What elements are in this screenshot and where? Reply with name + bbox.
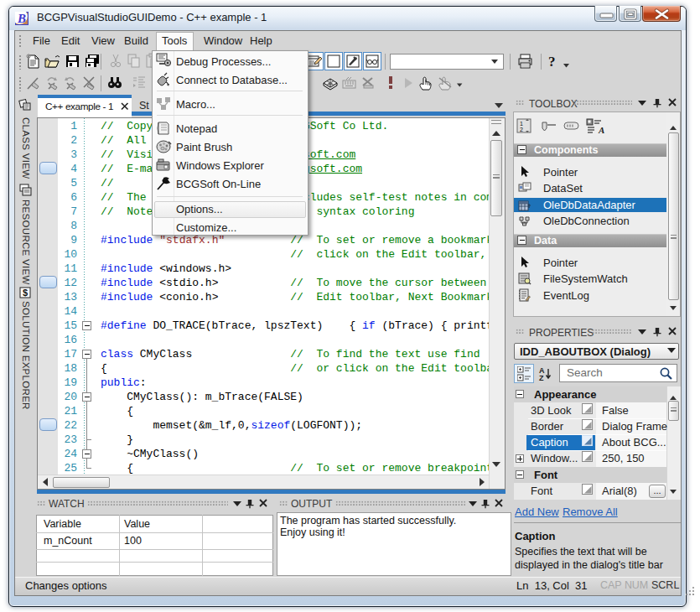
svg-text:B: B bbox=[17, 12, 26, 25]
svg-text:1: 1 bbox=[520, 121, 523, 127]
svg-text:Z: Z bbox=[539, 374, 544, 381]
svg-text:2: 2 bbox=[520, 127, 523, 132]
svg-text:$: $ bbox=[23, 288, 28, 298]
svg-text:A: A bbox=[598, 125, 604, 135]
svg-text:?: ? bbox=[548, 54, 556, 70]
